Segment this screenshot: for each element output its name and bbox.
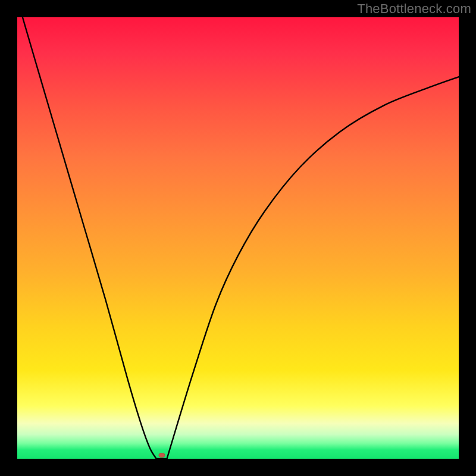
plot-area — [17, 17, 459, 459]
bottleneck-curve — [17, 17, 459, 459]
watermark-text: TheBottleneck.com — [357, 1, 471, 17]
minimum-marker — [158, 453, 165, 458]
chart-frame: TheBottleneck.com — [0, 0, 476, 476]
